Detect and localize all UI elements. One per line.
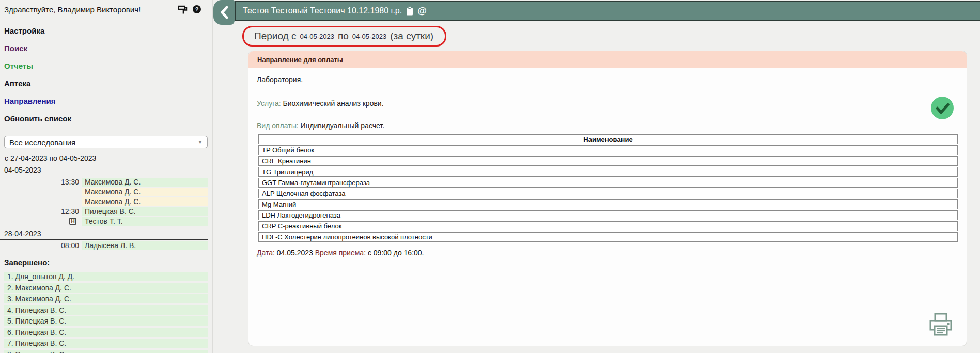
research-filter-select[interactable]: Все исследования ▼ bbox=[4, 136, 208, 148]
patient-title: Тестов Тестовый Тестович 10.12.1980 г.р. bbox=[243, 6, 402, 16]
tests-table: Наименование TP Общий белок CRE Креатини… bbox=[257, 133, 959, 243]
completed-item[interactable]: 4. Пилецкая В. С. bbox=[4, 305, 208, 315]
test-name-cell: CRP С-реактивный белок bbox=[258, 221, 958, 231]
date-label: Дата: bbox=[257, 249, 275, 257]
appointment-patient: Тестов Т. Т. bbox=[82, 217, 208, 226]
test-name-cell: CRE Креатинин bbox=[258, 156, 958, 166]
test-name-cell: LDH Лактодегидрогеназа bbox=[258, 210, 958, 220]
appointment-time: 13:30 bbox=[61, 178, 79, 186]
email-at-icon[interactable]: @ bbox=[417, 6, 427, 17]
payment-type-value: Индивидуальный расчет. bbox=[301, 121, 385, 130]
reception-time-label: Время приема: bbox=[315, 249, 366, 257]
appointment-time: 08:00 bbox=[61, 241, 79, 250]
table-row: HDL-C Холестерин липопротеинов высокой п… bbox=[258, 232, 958, 242]
period-to-date[interactable]: 04-05-2023 bbox=[352, 33, 387, 40]
completed-item[interactable]: 1. Для_опытов Д. Д. bbox=[4, 272, 208, 281]
test-name-cell: GGT Гамма-глутаминтрансфераза bbox=[258, 178, 958, 188]
period-mid: по bbox=[338, 30, 349, 42]
appointment-patient: Максимова Д. С. bbox=[82, 188, 208, 196]
research-filter-value: Все исследования bbox=[9, 138, 75, 147]
completed-item[interactable]: 6. Пилецкая В. С. bbox=[4, 328, 208, 337]
appointment-row[interactable]: 08:00 Ладысева Л. В. bbox=[0, 241, 212, 250]
completed-item[interactable]: 8. Пилецкая В. С. bbox=[4, 350, 208, 353]
day-group: 28-04-2023 08:00 Ладысева Л. В. bbox=[0, 228, 212, 250]
test-name-cell: TG Триглицерид bbox=[258, 167, 958, 177]
appointment-patient: Максимова Д. С. bbox=[82, 178, 208, 187]
appointment-row[interactable]: 12:30 Пилецкая В. С. bbox=[0, 207, 212, 216]
appointment-patient: Максимова Д. С. bbox=[82, 197, 208, 206]
table-row: LDH Лактодегидрогеназа bbox=[258, 210, 958, 220]
period-prefix: Период с bbox=[254, 30, 296, 42]
table-row: TG Триглицерид bbox=[258, 167, 958, 177]
chevron-left-icon bbox=[220, 6, 229, 19]
clipboard-icon[interactable] bbox=[406, 6, 413, 16]
service-label: Услуга: bbox=[257, 99, 281, 108]
payment-line: Вид оплаты: Индивидуальный расчет. bbox=[257, 121, 958, 130]
patient-header-bar: Тестов Тестовый Тестович 10.12.1980 г.р.… bbox=[235, 1, 980, 21]
period-from-date[interactable]: 04-05-2023 bbox=[300, 33, 334, 40]
table-row: ALP Щелочная фосфатаза bbox=[258, 189, 958, 198]
department-label: Лаборатория. bbox=[257, 68, 958, 84]
day-group: 04-05-2023 13:30 Максимова Д. С. bbox=[0, 165, 212, 226]
printer-icon bbox=[928, 313, 953, 340]
app-root: Здравствуйте, Владимир Викторович! ? Нас… bbox=[0, 0, 980, 353]
sidebar-header: Здравствуйте, Владимир Викторович! ? bbox=[0, 0, 208, 18]
sidebar-item-refresh-list[interactable]: Обновить список bbox=[4, 110, 212, 128]
sidebar-item-reports[interactable]: Отчеты bbox=[4, 57, 212, 75]
appointment-patient: Ладысева Л. В. bbox=[82, 241, 208, 250]
sidebar: Здравствуйте, Владимир Викторович! ? Нас… bbox=[0, 0, 213, 353]
completed-item[interactable]: 7. Пилецкая В. С. bbox=[4, 339, 208, 348]
referral-card: Направление для оплаты Лаборатория. Услу… bbox=[248, 51, 967, 346]
test-name-cell: Mg Магний bbox=[258, 199, 958, 209]
completed-section: Завершено: 1. Для_опытов Д. Д. 2. Максим… bbox=[0, 257, 212, 353]
completed-title: Завершено: bbox=[0, 257, 208, 269]
table-row: Mg Магний bbox=[258, 199, 958, 209]
day-date: 04-05-2023 bbox=[0, 165, 208, 176]
payment-type-label: Вид оплаты: bbox=[257, 121, 299, 130]
appointment-patient: Пилецкая В. С. bbox=[82, 207, 208, 216]
tests-table-header: Наименование bbox=[258, 134, 958, 144]
appointment-datetime-line: Дата: 04.05.2023 Время приема: с 09:00 д… bbox=[257, 249, 958, 257]
date-value: 04.05.2023 bbox=[277, 249, 313, 257]
greeting-text: Здравствуйте, Владимир Викторович! bbox=[4, 5, 141, 14]
appointment-row[interactable]: 13:30 Максимова Д. С. bbox=[0, 177, 212, 187]
completed-item[interactable]: 5. Пилецкая В. С. bbox=[4, 316, 208, 326]
help-icon[interactable]: ? bbox=[193, 5, 201, 13]
sidebar-menu: Настройка Поиск Отчеты Аптека Направлени… bbox=[0, 18, 212, 128]
test-name-cell: TP Общий белок bbox=[258, 145, 958, 155]
test-name-cell: HDL-C Холестерин липопротеинов высокой п… bbox=[258, 232, 958, 242]
period-highlight: Период с 04-05-2023 по 04-05-2023 (за су… bbox=[242, 26, 446, 47]
print-button[interactable] bbox=[928, 313, 953, 340]
sidebar-item-settings[interactable]: Настройка bbox=[4, 22, 212, 40]
appointment-row[interactable]: Максимова Д. С. bbox=[0, 197, 212, 206]
date-range-label: с 27-04-2023 по 04-05-2023 bbox=[5, 154, 212, 162]
service-value: Биохимический анализ крови. bbox=[283, 99, 384, 108]
chevron-down-icon: ▼ bbox=[198, 140, 203, 145]
sidebar-item-pharmacy[interactable]: Аптека bbox=[4, 75, 212, 93]
hospitalization-badge-icon: H bbox=[69, 218, 76, 225]
day-date: 28-04-2023 bbox=[0, 228, 208, 240]
service-line: Услуга: Биохимический анализ крови. bbox=[257, 99, 958, 108]
appointment-row[interactable]: Максимова Д. С. bbox=[0, 187, 212, 196]
table-row: GGT Гамма-глутаминтрансфераза bbox=[258, 178, 958, 188]
reception-time-value: с 09:00 до 16:00. bbox=[368, 249, 424, 257]
sidebar-header-icons: ? bbox=[178, 5, 201, 14]
paint-roller-icon[interactable] bbox=[178, 5, 188, 14]
back-button[interactable] bbox=[213, 0, 235, 25]
completed-item[interactable]: 3. Максимова Д. С. bbox=[4, 294, 208, 303]
table-row: TP Общий белок bbox=[258, 145, 958, 155]
table-row: CRE Креатинин bbox=[258, 156, 958, 166]
period-suffix: (за сутки) bbox=[390, 30, 433, 42]
table-row: CRP С-реактивный белок bbox=[258, 221, 958, 231]
appointment-time: 12:30 bbox=[61, 207, 79, 216]
completed-item[interactable]: 2. Максимова Д. С. bbox=[4, 283, 208, 293]
referral-card-title: Направление для оплаты bbox=[248, 51, 967, 68]
sidebar-item-referrals[interactable]: Направления bbox=[4, 93, 212, 110]
confirmed-check-icon[interactable] bbox=[930, 96, 954, 120]
sidebar-item-search[interactable]: Поиск bbox=[4, 40, 212, 57]
appointment-row[interactable]: H Тестов Т. Т. bbox=[0, 217, 212, 226]
test-name-cell: ALP Щелочная фосфатаза bbox=[258, 189, 958, 198]
